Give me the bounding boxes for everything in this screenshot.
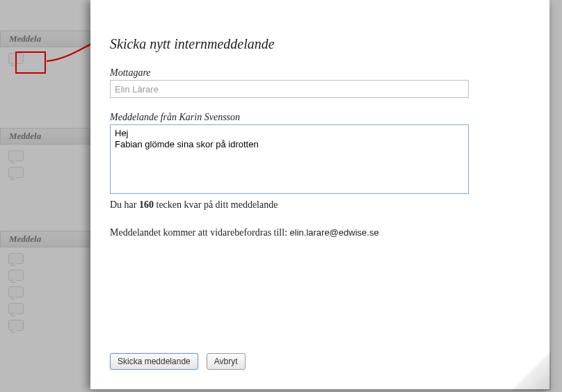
speech-bubble-icon[interactable] bbox=[8, 53, 24, 64]
speech-bubble-icon[interactable] bbox=[8, 167, 24, 178]
sidebar-section-header: Meddela bbox=[0, 128, 90, 145]
speech-bubble-icon[interactable] bbox=[8, 286, 24, 297]
send-button[interactable]: Skicka meddelande bbox=[110, 353, 198, 370]
speech-bubble-icon[interactable] bbox=[8, 253, 24, 264]
recipient-label: Mottagare bbox=[110, 67, 530, 79]
char-counter: Du har 160 tecken kvar på ditt meddeland… bbox=[110, 199, 530, 211]
forward-info: Meddelandet kommer att vidarebefordras t… bbox=[110, 227, 530, 238]
cancel-button[interactable]: Avbryt bbox=[207, 353, 246, 370]
dialog-buttons: Skicka meddelande Avbryt bbox=[110, 353, 251, 370]
message-field-group: Meddelande från Karin Svensson Du har 16… bbox=[110, 112, 530, 211]
char-counter-suffix: tecken kvar på ditt meddelande bbox=[154, 199, 278, 210]
speech-bubble-icon[interactable] bbox=[8, 150, 24, 161]
recipient-field-group: Mottagare bbox=[110, 67, 530, 98]
sidebar-section-header: Meddela bbox=[0, 31, 90, 47]
forward-email: elin.larare@edwise.se bbox=[290, 227, 379, 238]
speech-bubble-icon[interactable] bbox=[8, 320, 24, 331]
message-label: Meddelande från Karin Svensson bbox=[110, 112, 530, 123]
message-textarea[interactable] bbox=[110, 124, 469, 194]
speech-bubble-icon[interactable] bbox=[8, 303, 24, 314]
char-counter-value: 160 bbox=[139, 199, 154, 210]
speech-bubble-icon[interactable] bbox=[8, 270, 24, 281]
recipient-input[interactable] bbox=[110, 80, 469, 98]
sidebar-section-header: Meddela bbox=[0, 231, 90, 247]
char-counter-prefix: Du har bbox=[110, 199, 139, 210]
compose-message-dialog: Skicka nytt internmeddelande Mottagare M… bbox=[90, 0, 549, 389]
forward-prefix: Meddelandet kommer att vidarebefordras t… bbox=[110, 227, 290, 238]
sidebar: Meddela Meddela Meddela bbox=[0, 0, 90, 392]
dialog-title: Skicka nytt internmeddelande bbox=[110, 36, 530, 52]
